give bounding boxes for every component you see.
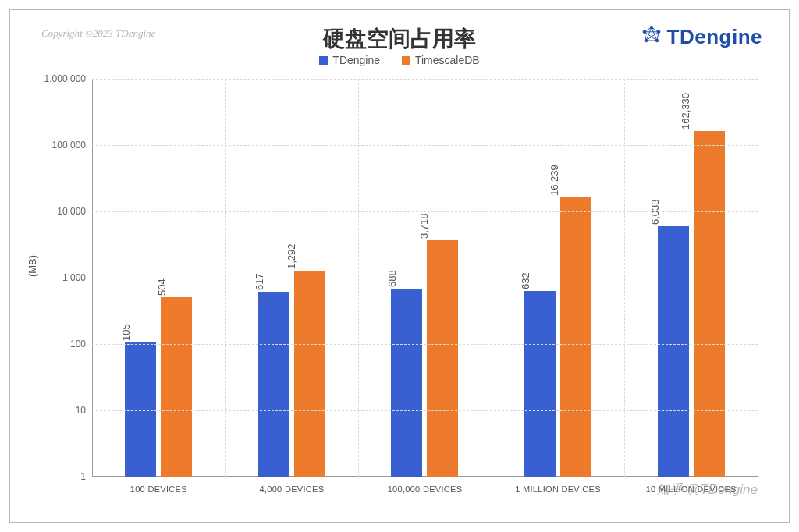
y-tick-label: 10 [76,405,86,416]
bar-timescaledb: 16,239 [560,197,591,477]
gridline [92,211,758,212]
bar-timescaledb: 3,718 [427,240,458,477]
gridline-vertical [358,79,359,477]
chart-legend: TDengine TimescaleDB [10,54,789,67]
legend-item-timescaledb: TimescaleDB [402,54,480,66]
category-label: 4,000 DEVICES [225,484,359,494]
chart-frame: Copyright ©2023 TDengine TDengine 硬盘空间占用… [9,9,790,523]
y-tick-label: 100,000 [52,140,86,151]
bar-value-label: 504 [156,279,168,296]
legend-item-tdengine: TDengine [319,54,380,66]
chart-title: 硬盘空间占用率 [10,24,789,54]
gridline [92,477,758,477]
y-tick-label: 1 [80,471,86,482]
bar-value-label: 16,239 [549,165,560,196]
bar-tdengine: 617 [258,292,289,477]
legend-label-timescaledb: TimescaleDB [415,54,480,66]
category-label: 10 MILLION DEVICES [624,484,758,494]
bar-timescaledb: 504 [161,297,192,477]
y-tick-label: 100 [70,339,86,349]
legend-swatch-timescaledb [402,56,410,65]
bar-value-label: 105 [120,325,132,342]
bar-value-label: 632 [520,272,531,289]
bar-value-label: 617 [254,273,265,290]
category-label: 100,000 DEVICES [358,484,492,494]
y-tick-label: 10,000 [57,206,86,217]
category-label: 1 MILLION DEVICES [492,484,625,494]
bar-timescaledb: 162,330 [694,131,725,477]
y-tick-label: 1,000 [62,272,86,283]
bar-value-label: 3,718 [418,213,430,239]
y-tick-label: 1,000,000 [44,73,86,84]
bar-value-label: 162,330 [679,93,691,129]
bar-value-label: 1,292 [286,243,297,269]
gridline [92,145,758,146]
legend-label-tdengine: TDengine [332,54,380,66]
legend-swatch-tdengine [319,56,328,65]
gridline-vertical [492,79,492,477]
y-axis-label: (MB) [27,255,38,277]
bar-tdengine: 688 [391,289,422,477]
bar-tdengine: 632 [524,291,556,477]
category-label: 100 DEVICES [92,484,225,494]
gridline-vertical [624,79,625,477]
plot-area: 105504100 DEVICES6171,2924,000 DEVICES68… [92,79,758,477]
gridline [92,344,758,345]
gridline-vertical [225,79,226,477]
bar-timescaledb: 1,292 [294,271,325,477]
gridline [92,278,758,278]
gridline [92,79,758,80]
gridline [92,410,758,411]
bar-tdengine: 6,033 [658,226,689,477]
